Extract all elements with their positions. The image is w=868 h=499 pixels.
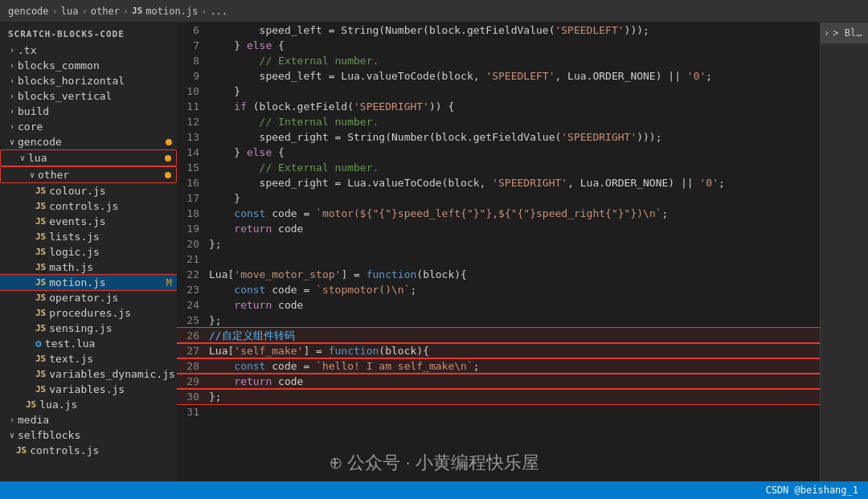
js-file-icon: JS	[35, 277, 46, 288]
line-content: Lua['move_motor_stop'] = function(block)…	[209, 267, 820, 282]
line-number: 24	[177, 297, 209, 313]
line-number: 9	[177, 68, 209, 84]
line-number: 13	[177, 129, 209, 145]
js-file-icon: JS	[26, 399, 36, 410]
line-number: 16	[177, 175, 209, 190]
line-content: const code = `hello! I am self_make\n`;	[209, 358, 820, 374]
js-file-icon: JS	[35, 231, 46, 242]
breadcrumb-sep1: ›	[52, 6, 58, 17]
line-content: if (block.getField('SPEEDRIGHT')) {	[209, 99, 820, 114]
js-file-icon: JS	[35, 354, 46, 364]
sidebar-item-logic[interactable]: JS logic.js	[0, 244, 177, 260]
code-line: 23 const code = `stopmotor()\n`;	[177, 282, 820, 297]
chevron-right-icon: ›	[6, 415, 18, 424]
line-number: 20	[177, 236, 209, 252]
line-number: 8	[177, 53, 209, 68]
sidebar-item-testlua[interactable]: ⚙ test.lua	[0, 336, 177, 351]
line-number: 21	[177, 252, 209, 267]
line-number: 18	[177, 206, 209, 221]
line-number: 6	[177, 22, 209, 38]
modified-badge: M	[166, 277, 172, 288]
sidebar-item-text[interactable]: JS text.js	[0, 351, 177, 366]
js-file-icon: JS	[35, 369, 46, 379]
line-number: 29	[177, 374, 209, 389]
code-area[interactable]: 6 speed_left = String(Number(block.getFi…	[177, 22, 820, 481]
line-number: 28	[177, 358, 209, 374]
blockly-tab-label: > Blockly.Msg	[833, 27, 865, 39]
code-line: 16 speed_right = Lua.valueToCode(block, …	[177, 175, 820, 190]
line-content: return code	[209, 374, 820, 389]
sidebar-item-math[interactable]: JS math.js	[0, 260, 177, 275]
sidebar-item-sensing[interactable]: JS sensing.js	[0, 321, 177, 336]
sidebar-item-label: operator.js	[49, 292, 177, 304]
chevron-right-icon: ›	[6, 92, 18, 100]
sidebar-item-tx[interactable]: › .tx	[0, 43, 177, 58]
js-file-icon: JS	[35, 186, 46, 196]
sidebar-item-lualua[interactable]: JS lua.js	[0, 397, 177, 412]
sidebar-item-events[interactable]: JS events.js	[0, 214, 177, 229]
chevron-down-icon: ∨	[6, 137, 18, 146]
code-line: 21	[177, 252, 820, 267]
chevron-right-icon: ›	[6, 122, 18, 131]
line-number: 10	[177, 84, 209, 99]
line-content: speed_right = Lua.valueToCode(block, 'SP…	[209, 175, 820, 190]
sidebar-item-blocks-horizontal[interactable]: › blocks_horizontal	[0, 73, 177, 88]
breadcrumb-other: other	[91, 6, 120, 17]
line-content: // External number.	[209, 160, 820, 175]
sidebar-item-core[interactable]: › core	[0, 119, 177, 134]
code-line-highlighted: 28 const code = `hello! I am self_make\n…	[177, 358, 820, 374]
line-content: } else {	[209, 38, 820, 53]
sidebar-item-build[interactable]: › build	[0, 104, 177, 119]
sidebar-item-other[interactable]: ∨ other	[0, 166, 177, 183]
sidebar-item-selfblocks[interactable]: ∨ selfblocks	[0, 427, 177, 443]
js-file-icon: JS	[35, 216, 46, 227]
sidebar-item-procedures[interactable]: JS procedures.js	[0, 305, 177, 321]
code-line-highlighted: 27 Lua['self_make'] = function(block){	[177, 343, 820, 358]
sidebar-item-label: selfblocks	[18, 429, 177, 441]
sidebar-item-colour[interactable]: JS colour.js	[0, 183, 177, 198]
sidebar-item-label: variables_dynamic.js	[49, 368, 177, 380]
code-line: 6 speed_left = String(Number(block.getFi…	[177, 22, 820, 38]
js-file-icon: JS	[16, 445, 27, 456]
code-line: 17 }	[177, 190, 820, 206]
chevron-right-icon: ›	[6, 107, 18, 116]
code-line: 18 const code = `motor(${"{"}speed_left{…	[177, 206, 820, 221]
sidebar-item-label: procedures.js	[49, 307, 177, 319]
sidebar-item-media[interactable]: › media	[0, 412, 177, 427]
sidebar-item-label: build	[18, 105, 177, 117]
line-number: 11	[177, 99, 209, 114]
sidebar-item-selfblocks-controls[interactable]: JS controls.js	[0, 443, 177, 458]
code-line: 24 return code	[177, 297, 820, 313]
sidebar-item-variables-dynamic[interactable]: JS variables_dynamic.js	[0, 366, 177, 382]
sidebar-item-lua[interactable]: ∨ lua	[0, 149, 177, 166]
code-line: 15 // External number.	[177, 160, 820, 175]
line-number: 22	[177, 267, 209, 282]
sidebar-item-lists[interactable]: JS lists.js	[0, 229, 177, 244]
js-file-icon: JS	[35, 262, 46, 272]
sidebar: SCRATCH-BLOCKS-CODE › .tx › blocks_commo…	[0, 22, 177, 481]
line-number: 25	[177, 313, 209, 328]
sidebar-item-operator[interactable]: JS operator.js	[0, 290, 177, 305]
sidebar-item-label: lua	[28, 152, 165, 164]
blockly-tab[interactable]: › > Blockly.Msg	[821, 22, 868, 43]
chevron-right-icon: ›	[824, 27, 829, 39]
status-text: CSDN @beishang_1	[765, 485, 858, 496]
code-line: 12 // Internal number.	[177, 114, 820, 129]
sidebar-item-blocks-common[interactable]: › blocks_common	[0, 58, 177, 73]
line-number: 23	[177, 282, 209, 297]
chevron-right-icon: ›	[6, 76, 18, 85]
sidebar-item-gencode[interactable]: ∨ gencode	[0, 134, 177, 149]
code-line: 10 }	[177, 84, 820, 99]
modified-dot	[166, 139, 172, 145]
sidebar-item-motion[interactable]: JS motion.js M	[0, 275, 177, 290]
line-number: 15	[177, 160, 209, 175]
line-number: 31	[177, 404, 209, 419]
sidebar-item-label: blocks_vertical	[18, 90, 177, 102]
line-number: 19	[177, 221, 209, 236]
sidebar-item-controls[interactable]: JS controls.js	[0, 198, 177, 214]
lua-file-icon: ⚙	[35, 337, 42, 350]
sidebar-item-variables[interactable]: JS variables.js	[0, 382, 177, 397]
chevron-down-icon: ∨	[17, 153, 28, 162]
js-icon: JS	[132, 6, 142, 16]
sidebar-item-blocks-vertical[interactable]: › blocks_vertical	[0, 88, 177, 104]
